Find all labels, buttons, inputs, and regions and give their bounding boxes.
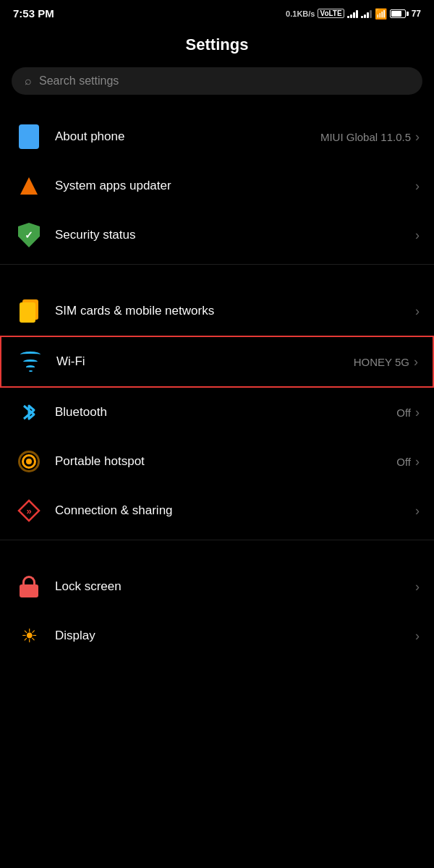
section-gap-2 [0, 545, 434, 562]
battery-percent: 77 [412, 9, 421, 19]
wifi-sub: HONEY 5G [354, 356, 409, 368]
connection-icon: » [14, 496, 43, 525]
settings-list: About phone MIUI Global 11.0.5 › System … [0, 112, 434, 660]
update-icon [14, 171, 43, 200]
settings-item-security-status[interactable]: ✓ Security status › [0, 210, 434, 260]
about-phone-sub: MIUI Global 11.0.5 [320, 131, 411, 143]
portable-hotspot-sub: Off [396, 456, 411, 468]
settings-item-lock-screen[interactable]: Lock screen › [0, 562, 434, 611]
lock-screen-label: Lock screen [55, 579, 415, 594]
lock-screen-chevron: › [415, 579, 420, 595]
search-icon: ⌕ [25, 75, 32, 88]
shield-icon: ✓ [14, 221, 43, 250]
status-bar: 7:53 PM 0.1KB/s VoLTE 📶 77 [0, 0, 434, 24]
wifi-label: Wi-Fi [56, 354, 354, 369]
portable-hotspot-chevron: › [415, 454, 420, 469]
display-chevron: › [415, 629, 420, 644]
portable-hotspot-label: Portable hotspot [55, 454, 396, 469]
settings-item-portable-hotspot[interactable]: Portable hotspot Off › [0, 437, 434, 486]
display-label: Display [55, 629, 415, 643]
display-icon: ☀ [14, 621, 43, 650]
settings-item-sim-cards[interactable]: SIM cards & mobile networks › [0, 286, 434, 336]
battery-indicator [390, 9, 409, 18]
settings-item-about-phone[interactable]: About phone MIUI Global 11.0.5 › [0, 112, 434, 161]
sim-cards-label: SIM cards & mobile networks [55, 304, 415, 318]
bluetooth-icon [14, 398, 43, 427]
settings-item-bluetooth[interactable]: Bluetooth Off › [0, 388, 434, 437]
divider-1 [0, 264, 434, 265]
lock-icon [14, 572, 43, 601]
security-status-label: Security status [55, 228, 415, 242]
status-time: 7:53 PM [13, 7, 54, 20]
section-gap-1 [0, 269, 434, 286]
settings-item-system-apps-updater[interactable]: System apps updater › [0, 161, 434, 210]
system-apps-updater-label: System apps updater [55, 179, 415, 193]
sim-icon [14, 297, 43, 326]
hotspot-icon [14, 447, 43, 476]
wifi-status-icon: 📶 [375, 8, 387, 20]
settings-item-display[interactable]: ☀ Display › [0, 611, 434, 660]
svg-text:»: » [26, 506, 31, 516]
svg-marker-0 [20, 177, 38, 195]
system-apps-updater-chevron: › [415, 179, 420, 194]
settings-item-connection-sharing[interactable]: » Connection & sharing › [0, 486, 434, 535]
phone-icon [14, 122, 43, 151]
wifi-icon [16, 347, 45, 376]
wifi-chevron: › [414, 354, 418, 370]
connection-sharing-chevron: › [415, 503, 420, 519]
sim-cards-chevron: › [415, 304, 420, 319]
about-phone-chevron: › [415, 129, 420, 145]
connection-sharing-label: Connection & sharing [55, 503, 415, 518]
network-speed: 0.1KB/s [286, 9, 315, 18]
signal-bars-2 [361, 9, 372, 18]
volte-badge: VoLTE [318, 9, 344, 18]
status-right: 0.1KB/s VoLTE 📶 77 [286, 8, 421, 20]
search-bar[interactable]: ⌕ Search settings [12, 67, 422, 95]
search-placeholder: Search settings [39, 75, 119, 88]
security-status-chevron: › [415, 228, 420, 243]
bluetooth-sub: Off [396, 407, 411, 419]
about-phone-label: About phone [55, 129, 320, 144]
divider-2 [0, 540, 434, 540]
bluetooth-chevron: › [415, 405, 420, 420]
page-title: Settings [0, 24, 434, 67]
signal-bars-1 [347, 9, 358, 18]
bluetooth-label: Bluetooth [55, 405, 396, 420]
settings-item-wifi[interactable]: Wi-Fi HONEY 5G › [0, 336, 434, 388]
